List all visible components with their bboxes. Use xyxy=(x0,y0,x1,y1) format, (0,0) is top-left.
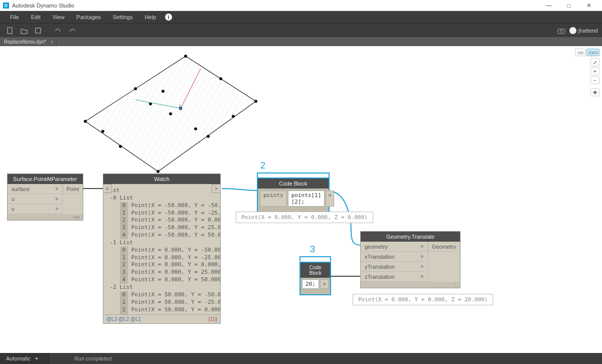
tab-label: ReplaceItems.dyn* xyxy=(4,39,46,45)
svg-point-10 xyxy=(134,87,137,90)
code-block-result-preview: Point(X = 0.000, Y = 0.000, Z = 0.000) xyxy=(236,212,373,223)
toggle-graph-view[interactable]: ▭▭ xyxy=(586,49,599,56)
window-titlebar: D Autodesk Dynamo Studio — □ ✕ xyxy=(0,0,602,11)
watch-footer: @L3 @L2 @L1 {15} xyxy=(103,314,220,323)
svg-point-7 xyxy=(184,55,187,58)
document-tab[interactable]: ReplaceItems.dyn* × xyxy=(0,38,57,46)
node-title: Geometry.Translate xyxy=(361,232,460,242)
zoom-out-icon[interactable]: − xyxy=(590,76,599,84)
watch-output-list: List -0 List 0 Point(X = -50.000, Y = -5… xyxy=(103,184,220,314)
toolbar: jhattend xyxy=(0,23,602,37)
annotation-label-3: 3 xyxy=(310,244,315,255)
user-chip[interactable]: jhattend xyxy=(569,27,598,34)
run-mode-label: Automatic xyxy=(6,355,31,361)
output-port-point[interactable]: Point xyxy=(63,184,83,194)
undo-icon[interactable] xyxy=(52,25,64,37)
input-port-xtranslation[interactable]: xTranslation> xyxy=(361,252,428,262)
input-port-ytranslation[interactable]: yTranslation> xyxy=(361,262,428,272)
run-mode-dropdown[interactable]: Automatic ▼ xyxy=(0,353,49,364)
input-port-ztranslation[interactable]: zTranslation> xyxy=(361,272,428,282)
chevron-down-icon: ▼ xyxy=(35,356,39,361)
document-tabs: ReplaceItems.dyn* × xyxy=(0,37,602,46)
node-title: Surface.PointAtParameter xyxy=(8,174,83,184)
tab-close-icon[interactable]: × xyxy=(51,39,54,45)
cb-output-port[interactable]: > xyxy=(326,191,334,207)
menu-packages[interactable]: Packages xyxy=(70,11,106,23)
redo-icon[interactable] xyxy=(66,25,78,37)
window-close-button[interactable]: ✕ xyxy=(579,0,599,11)
menu-view[interactable]: View xyxy=(47,11,71,23)
avatar-icon xyxy=(569,27,576,34)
menu-edit[interactable]: Edit xyxy=(25,11,47,23)
geometry-preview xyxy=(70,51,261,176)
menu-settings[interactable]: Settings xyxy=(107,11,139,23)
node-lacing: xxx xyxy=(8,214,83,220)
input-port-geometry[interactable]: geometry> xyxy=(361,242,428,252)
code-text[interactable]: points[1][2]; xyxy=(288,191,325,207)
toggle-geom-preview[interactable]: ⌽⊘ xyxy=(575,49,585,56)
svg-point-18 xyxy=(232,115,235,118)
svg-point-19 xyxy=(101,130,104,133)
annotation-bracket-3 xyxy=(299,256,331,261)
svg-point-8 xyxy=(254,100,257,103)
translate-result-preview: Point(X = 0.000, Y = 0.000, Z = 20.000) xyxy=(353,294,493,305)
watch-lacing: @L3 @L2 @L1 xyxy=(106,316,141,322)
username: jhattend xyxy=(578,28,598,34)
window-maximize-button[interactable]: □ xyxy=(559,0,579,11)
output-port-geometry[interactable]: Geometry xyxy=(428,242,460,252)
menu-bar: File Edit View Packages Settings Help i xyxy=(0,11,602,23)
menu-help[interactable]: Help xyxy=(138,11,162,23)
view-controls: ⌽⊘ ▭▭ ⤢ + − ✥ xyxy=(575,49,599,97)
fit-view-icon[interactable]: ⤢ xyxy=(590,58,599,66)
svg-point-9 xyxy=(157,170,160,173)
svg-point-17 xyxy=(162,90,165,93)
info-icon[interactable]: i xyxy=(165,14,172,21)
graph-canvas[interactable]: ⌽⊘ ▭▭ ⤢ + − ✥ xyxy=(0,46,602,353)
window-minimize-button[interactable]: — xyxy=(539,0,559,11)
screenshot-icon[interactable] xyxy=(555,25,567,37)
annotation-label-2: 2 xyxy=(260,160,265,171)
app-logo-icon: D xyxy=(3,3,9,9)
status-bar: Automatic ▼ Run completed. xyxy=(0,353,602,364)
cb-input-port-points[interactable]: points xyxy=(260,191,287,207)
status-message: Run completed. xyxy=(74,355,113,361)
watch-input-port[interactable]: > xyxy=(103,184,112,193)
window-controls: — □ ✕ xyxy=(539,0,599,11)
svg-point-16 xyxy=(169,112,172,115)
node-surface-point-at-parameter[interactable]: Surface.PointAtParameter surface> u> v> … xyxy=(7,173,83,221)
node-code-block-twenty[interactable]: Code Block 20; > xyxy=(299,262,331,295)
node-title: Code Block xyxy=(300,263,330,278)
svg-point-3 xyxy=(560,30,562,32)
node-geometry-translate[interactable]: Geometry.Translate geometry> xTranslatio… xyxy=(360,231,461,288)
svg-point-13 xyxy=(207,135,210,138)
input-port-u[interactable]: u> xyxy=(8,194,63,204)
new-file-icon[interactable] xyxy=(4,25,16,37)
svg-point-12 xyxy=(119,145,122,148)
menu-file[interactable]: File xyxy=(4,11,25,23)
cb-output-port[interactable]: > xyxy=(320,279,329,289)
node-watch[interactable]: Watch > > List -0 List 0 Point(X = -50.0… xyxy=(103,173,221,324)
svg-rect-1 xyxy=(36,28,41,33)
svg-point-15 xyxy=(194,127,197,130)
svg-rect-0 xyxy=(8,28,12,34)
input-port-v[interactable]: v> xyxy=(8,204,63,214)
code-text[interactable]: 20; xyxy=(302,279,319,289)
save-icon[interactable] xyxy=(32,25,44,37)
watch-output-port[interactable]: > xyxy=(212,184,221,193)
node-title: Code Block xyxy=(258,178,329,189)
node-title: Watch xyxy=(103,174,220,184)
annotation-bracket-2 xyxy=(257,172,330,177)
pan-icon[interactable]: ✥ xyxy=(590,88,599,96)
window-title: Autodesk Dynamo Studio xyxy=(12,3,539,9)
svg-point-6 xyxy=(84,120,87,123)
watch-count: {15} xyxy=(208,316,217,322)
svg-point-11 xyxy=(219,77,222,80)
node-resize-grip[interactable]: ⸽ xyxy=(361,282,460,288)
input-port-surface[interactable]: surface> xyxy=(8,184,63,194)
zoom-in-icon[interactable]: + xyxy=(590,67,599,75)
open-file-icon[interactable] xyxy=(18,25,30,37)
